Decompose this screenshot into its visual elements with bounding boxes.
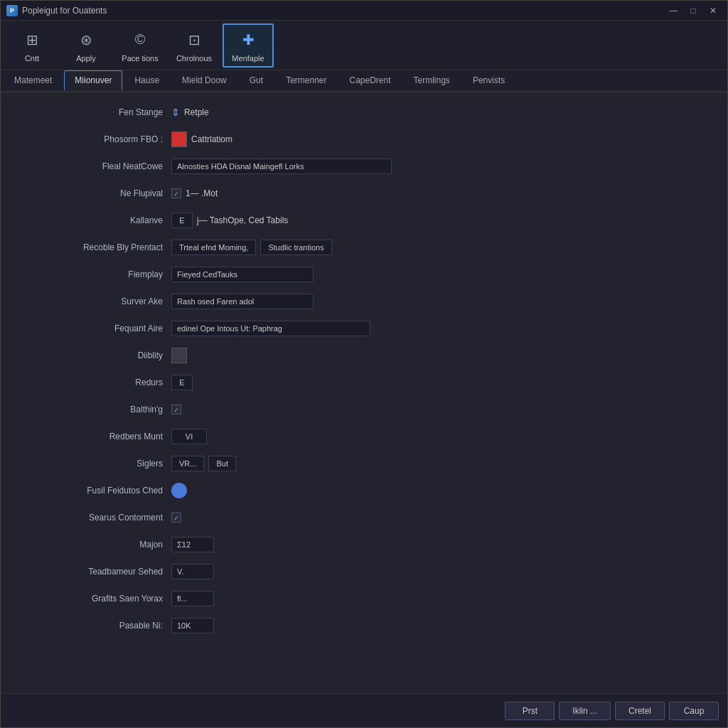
row-ne-flupival: Ne Flupival ✓ 1— .Mot bbox=[15, 185, 713, 202]
label-fequant: Fequant Aire bbox=[15, 323, 171, 333]
label-fen-stange: Fen Stange bbox=[15, 107, 171, 117]
label-recoble: Recoble Bly Prentact bbox=[15, 242, 171, 252]
row-majon: Majon bbox=[15, 536, 713, 553]
control-pasable bbox=[171, 618, 713, 633]
row-diiblity: Diiblity bbox=[15, 347, 713, 364]
row-fen-stange: Fen Stange ⇕ Retple bbox=[15, 104, 713, 121]
control-fen-stange: ⇕ Retple bbox=[171, 107, 713, 118]
label-majon: Majon bbox=[15, 540, 171, 550]
control-phosorm: Cattrlatiom bbox=[171, 132, 713, 147]
toolbar-pactions[interactable]: © Pace tions bbox=[114, 23, 166, 68]
cntt-icon: ⊞ bbox=[21, 28, 43, 51]
siglers-btn1[interactable]: VR... bbox=[171, 456, 204, 471]
apply-label: Apply bbox=[76, 54, 96, 63]
titlebar: P Popleigut for Ouatents — □ ✕ bbox=[1, 1, 727, 21]
toolbar-chrolnous[interactable]: ⊡ Chrolnous bbox=[168, 23, 220, 68]
label-fusil: Fusil Feidutos Ched bbox=[15, 486, 171, 496]
minimize-button[interactable]: — bbox=[665, 4, 682, 17]
footer-caup[interactable]: Caup bbox=[669, 702, 719, 720]
siglers-btn2[interactable]: But bbox=[208, 456, 236, 471]
fiemplay-input[interactable] bbox=[171, 267, 314, 282]
label-ne-flupival: Ne Flupival bbox=[15, 188, 171, 198]
tab-bar: Matemeet Miionuver Hause Mield Doow Gut … bbox=[1, 70, 727, 92]
toolbar: ⊞ Cntt ⊛ Apply © Pace tions ⊡ Chrolnous … bbox=[1, 21, 727, 70]
tab-termenner[interactable]: Termenner bbox=[275, 70, 337, 91]
label-balthing: Balthin'g bbox=[15, 405, 171, 414]
recoble-btn1[interactable]: Trteal efnd Moming, bbox=[171, 240, 256, 255]
menfaple-icon: ✚ bbox=[237, 28, 259, 51]
toolbar-apply[interactable]: ⊛ Apply bbox=[60, 23, 112, 68]
row-searus: Searus Contorment ✓ bbox=[15, 509, 713, 526]
fequant-input[interactable] bbox=[171, 321, 370, 336]
label-fleal: Fleal NeatCowe bbox=[15, 161, 171, 171]
footer-cretel[interactable]: Cretel bbox=[615, 702, 665, 720]
footer-prst[interactable]: Prst bbox=[505, 702, 555, 720]
chrolnous-label: Chrolnous bbox=[176, 54, 212, 63]
label-teadbameur: Teadbameur Sehed bbox=[15, 567, 171, 577]
footer-iklin[interactable]: Iklin ... bbox=[559, 702, 611, 720]
label-fiemplay: Fiemplay bbox=[15, 269, 171, 279]
dropdown-redurs[interactable]: E bbox=[171, 375, 193, 390]
teadbameur-input[interactable] bbox=[171, 564, 214, 579]
label-surver: Surver Ake bbox=[15, 296, 171, 306]
row-teadbameur: Teadbameur Sehed bbox=[15, 563, 713, 580]
label-kallanve: Kallanve bbox=[15, 215, 171, 225]
control-fequant bbox=[171, 321, 713, 336]
cntt-label: Cntt bbox=[25, 54, 39, 63]
dropdown-redbers[interactable]: VI bbox=[171, 429, 207, 444]
tab-hause[interactable]: Hause bbox=[124, 70, 170, 91]
control-ne-flupival: ✓ 1— .Mot bbox=[171, 188, 713, 198]
surver-input[interactable] bbox=[171, 294, 314, 309]
tab-mield-doow[interactable]: Mield Doow bbox=[171, 70, 237, 91]
pactions-label: Pace tions bbox=[122, 54, 158, 63]
control-grafits bbox=[171, 591, 713, 606]
control-siglers: VR... But bbox=[171, 456, 713, 471]
checkbox-ne-flupival[interactable]: ✓ bbox=[171, 188, 181, 198]
toggle-fusil[interactable] bbox=[171, 483, 187, 498]
control-diiblity bbox=[171, 348, 713, 363]
majon-input[interactable] bbox=[171, 537, 214, 552]
label-redurs: Redurs bbox=[15, 378, 171, 387]
label-siglers: Siglers bbox=[15, 459, 171, 469]
pasable-input[interactable] bbox=[171, 618, 214, 633]
row-surver: Surver Ake bbox=[15, 293, 713, 310]
pactions-icon: © bbox=[129, 28, 151, 51]
label-diiblity: Diiblity bbox=[15, 350, 171, 360]
row-redurs: Redurs E bbox=[15, 374, 713, 391]
row-pasable: Pasable Ni: bbox=[15, 617, 713, 634]
label-redbers: Redbers Munt bbox=[15, 432, 171, 441]
kallanve-value: j— TashOpe, Ced Tabils bbox=[197, 215, 288, 225]
color-swatch-phosorm[interactable] bbox=[171, 132, 187, 147]
tab-penvists[interactable]: Penvists bbox=[462, 70, 515, 91]
tab-matemeet[interactable]: Matemeet bbox=[4, 70, 63, 91]
maximize-button[interactable]: □ bbox=[685, 4, 702, 17]
toolbar-menfaple[interactable]: ✚ Menfaple bbox=[223, 23, 274, 68]
toolbar-cntt[interactable]: ⊞ Cntt bbox=[6, 23, 58, 68]
dropdown-kallanve[interactable]: E bbox=[171, 213, 193, 228]
control-balthing: ✓ bbox=[171, 405, 713, 414]
control-teadbameur bbox=[171, 564, 713, 579]
tab-cape-drent[interactable]: CapeDrent bbox=[338, 70, 401, 91]
main-window: P Popleigut for Ouatents — □ ✕ ⊞ Cntt ⊛ … bbox=[0, 0, 728, 728]
control-fusil bbox=[171, 483, 713, 498]
row-balthing: Balthin'g ✓ bbox=[15, 401, 713, 418]
control-redurs: E bbox=[171, 375, 713, 390]
diiblity-box[interactable] bbox=[171, 348, 187, 363]
app-icon: P bbox=[6, 5, 18, 16]
control-fleal bbox=[171, 159, 713, 174]
main-content: Fen Stange ⇕ Retple Phosorm FBO : Cattrl… bbox=[1, 92, 727, 693]
fen-stange-value: Retple bbox=[184, 107, 209, 117]
recoble-btn2[interactable]: Studlic trantions bbox=[260, 240, 331, 255]
row-grafits: Grafits Saen Yorax bbox=[15, 590, 713, 607]
fleal-input[interactable] bbox=[171, 159, 392, 174]
grafits-input[interactable] bbox=[171, 591, 214, 606]
row-phosorm: Phosorm FBO : Cattrlatiom bbox=[15, 131, 713, 148]
checkbox-balthing[interactable]: ✓ bbox=[171, 405, 181, 414]
tab-miionuver[interactable]: Miionuver bbox=[64, 70, 122, 91]
checkbox-searus[interactable]: ✓ bbox=[171, 513, 181, 523]
control-searus: ✓ bbox=[171, 513, 713, 523]
close-button[interactable]: ✕ bbox=[705, 4, 722, 17]
tab-gut[interactable]: Gut bbox=[239, 70, 274, 91]
tab-termlings[interactable]: Termlings bbox=[403, 70, 461, 91]
ne-flupival-value: 1— .Mot bbox=[186, 188, 218, 198]
